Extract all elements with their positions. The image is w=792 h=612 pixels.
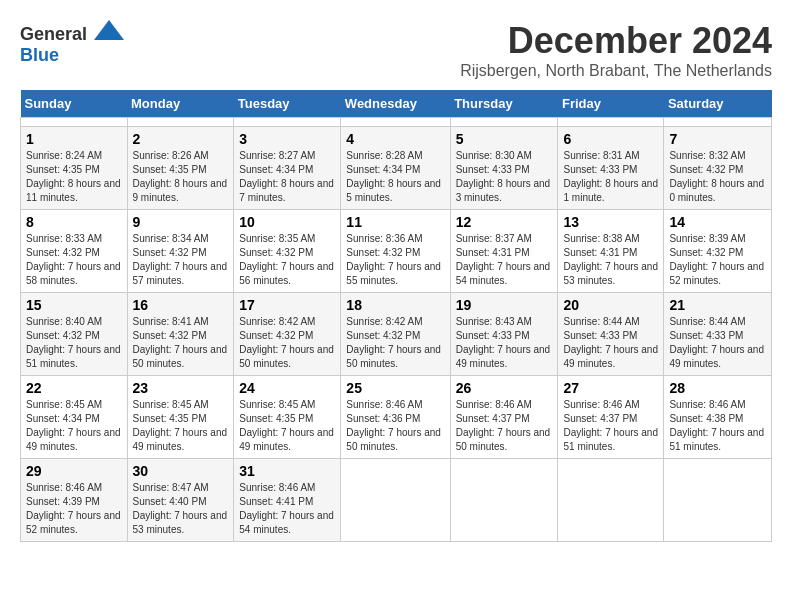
day-info: Sunrise: 8:35 AMSunset: 4:32 PMDaylight:… xyxy=(239,232,335,288)
title-area: December 2024 Rijsbergen, North Brabant,… xyxy=(460,20,772,80)
calendar-cell xyxy=(664,118,772,127)
day-info: Sunrise: 8:45 AMSunset: 4:35 PMDaylight:… xyxy=(133,398,229,454)
calendar-cell xyxy=(558,118,664,127)
day-number: 26 xyxy=(456,380,553,396)
calendar-week-5: 29Sunrise: 8:46 AMSunset: 4:39 PMDayligh… xyxy=(21,459,772,542)
calendar-cell: 13Sunrise: 8:38 AMSunset: 4:31 PMDayligh… xyxy=(558,210,664,293)
calendar-cell: 26Sunrise: 8:46 AMSunset: 4:37 PMDayligh… xyxy=(450,376,558,459)
day-info: Sunrise: 8:30 AMSunset: 4:33 PMDaylight:… xyxy=(456,149,553,205)
day-number: 16 xyxy=(133,297,229,313)
calendar-cell: 14Sunrise: 8:39 AMSunset: 4:32 PMDayligh… xyxy=(664,210,772,293)
calendar-cell xyxy=(127,118,234,127)
calendar-week-3: 15Sunrise: 8:40 AMSunset: 4:32 PMDayligh… xyxy=(21,293,772,376)
day-number: 2 xyxy=(133,131,229,147)
calendar-cell: 17Sunrise: 8:42 AMSunset: 4:32 PMDayligh… xyxy=(234,293,341,376)
calendar-cell: 31Sunrise: 8:46 AMSunset: 4:41 PMDayligh… xyxy=(234,459,341,542)
logo: General Blue xyxy=(20,20,124,66)
calendar-header-row: SundayMondayTuesdayWednesdayThursdayFrid… xyxy=(21,90,772,118)
day-info: Sunrise: 8:41 AMSunset: 4:32 PMDaylight:… xyxy=(133,315,229,371)
day-info: Sunrise: 8:33 AMSunset: 4:32 PMDaylight:… xyxy=(26,232,122,288)
header-wednesday: Wednesday xyxy=(341,90,450,118)
day-info: Sunrise: 8:42 AMSunset: 4:32 PMDaylight:… xyxy=(239,315,335,371)
day-info: Sunrise: 8:45 AMSunset: 4:34 PMDaylight:… xyxy=(26,398,122,454)
calendar-cell: 21Sunrise: 8:44 AMSunset: 4:33 PMDayligh… xyxy=(664,293,772,376)
day-number: 21 xyxy=(669,297,766,313)
header-monday: Monday xyxy=(127,90,234,118)
day-info: Sunrise: 8:46 AMSunset: 4:39 PMDaylight:… xyxy=(26,481,122,537)
day-number: 29 xyxy=(26,463,122,479)
header-thursday: Thursday xyxy=(450,90,558,118)
calendar-cell: 8Sunrise: 8:33 AMSunset: 4:32 PMDaylight… xyxy=(21,210,128,293)
logo-general-text: General xyxy=(20,24,87,44)
day-info: Sunrise: 8:46 AMSunset: 4:37 PMDaylight:… xyxy=(563,398,658,454)
calendar-cell xyxy=(21,118,128,127)
calendar-cell: 18Sunrise: 8:42 AMSunset: 4:32 PMDayligh… xyxy=(341,293,450,376)
day-number: 20 xyxy=(563,297,658,313)
calendar-cell: 23Sunrise: 8:45 AMSunset: 4:35 PMDayligh… xyxy=(127,376,234,459)
calendar-cell xyxy=(450,118,558,127)
calendar-cell xyxy=(558,459,664,542)
day-info: Sunrise: 8:43 AMSunset: 4:33 PMDaylight:… xyxy=(456,315,553,371)
calendar-week-1: 1Sunrise: 8:24 AMSunset: 4:35 PMDaylight… xyxy=(21,127,772,210)
calendar-cell xyxy=(234,118,341,127)
logo-icon xyxy=(94,20,124,40)
day-info: Sunrise: 8:44 AMSunset: 4:33 PMDaylight:… xyxy=(669,315,766,371)
day-number: 19 xyxy=(456,297,553,313)
day-number: 15 xyxy=(26,297,122,313)
calendar-cell: 25Sunrise: 8:46 AMSunset: 4:36 PMDayligh… xyxy=(341,376,450,459)
calendar-cell xyxy=(450,459,558,542)
day-number: 5 xyxy=(456,131,553,147)
day-info: Sunrise: 8:31 AMSunset: 4:33 PMDaylight:… xyxy=(563,149,658,205)
calendar-cell: 10Sunrise: 8:35 AMSunset: 4:32 PMDayligh… xyxy=(234,210,341,293)
day-info: Sunrise: 8:42 AMSunset: 4:32 PMDaylight:… xyxy=(346,315,444,371)
day-number: 25 xyxy=(346,380,444,396)
day-number: 30 xyxy=(133,463,229,479)
day-info: Sunrise: 8:45 AMSunset: 4:35 PMDaylight:… xyxy=(239,398,335,454)
calendar-cell: 5Sunrise: 8:30 AMSunset: 4:33 PMDaylight… xyxy=(450,127,558,210)
day-number: 22 xyxy=(26,380,122,396)
svg-marker-0 xyxy=(94,20,124,40)
calendar-cell: 1Sunrise: 8:24 AMSunset: 4:35 PMDaylight… xyxy=(21,127,128,210)
day-number: 14 xyxy=(669,214,766,230)
logo-blue-text: Blue xyxy=(20,45,59,66)
calendar-cell: 19Sunrise: 8:43 AMSunset: 4:33 PMDayligh… xyxy=(450,293,558,376)
day-number: 1 xyxy=(26,131,122,147)
day-info: Sunrise: 8:46 AMSunset: 4:37 PMDaylight:… xyxy=(456,398,553,454)
calendar-cell: 3Sunrise: 8:27 AMSunset: 4:34 PMDaylight… xyxy=(234,127,341,210)
calendar-cell: 27Sunrise: 8:46 AMSunset: 4:37 PMDayligh… xyxy=(558,376,664,459)
header-saturday: Saturday xyxy=(664,90,772,118)
calendar-cell: 12Sunrise: 8:37 AMSunset: 4:31 PMDayligh… xyxy=(450,210,558,293)
day-number: 6 xyxy=(563,131,658,147)
day-number: 13 xyxy=(563,214,658,230)
calendar-cell: 29Sunrise: 8:46 AMSunset: 4:39 PMDayligh… xyxy=(21,459,128,542)
day-info: Sunrise: 8:38 AMSunset: 4:31 PMDaylight:… xyxy=(563,232,658,288)
calendar-cell: 9Sunrise: 8:34 AMSunset: 4:32 PMDaylight… xyxy=(127,210,234,293)
day-number: 18 xyxy=(346,297,444,313)
calendar-cell xyxy=(341,118,450,127)
day-info: Sunrise: 8:47 AMSunset: 4:40 PMDaylight:… xyxy=(133,481,229,537)
day-number: 24 xyxy=(239,380,335,396)
day-number: 7 xyxy=(669,131,766,147)
header-tuesday: Tuesday xyxy=(234,90,341,118)
day-info: Sunrise: 8:39 AMSunset: 4:32 PMDaylight:… xyxy=(669,232,766,288)
day-info: Sunrise: 8:32 AMSunset: 4:32 PMDaylight:… xyxy=(669,149,766,205)
calendar-cell: 16Sunrise: 8:41 AMSunset: 4:32 PMDayligh… xyxy=(127,293,234,376)
calendar-cell xyxy=(341,459,450,542)
day-number: 17 xyxy=(239,297,335,313)
day-info: Sunrise: 8:36 AMSunset: 4:32 PMDaylight:… xyxy=(346,232,444,288)
calendar-week-4: 22Sunrise: 8:45 AMSunset: 4:34 PMDayligh… xyxy=(21,376,772,459)
day-number: 12 xyxy=(456,214,553,230)
header-sunday: Sunday xyxy=(21,90,128,118)
calendar-cell: 7Sunrise: 8:32 AMSunset: 4:32 PMDaylight… xyxy=(664,127,772,210)
day-info: Sunrise: 8:44 AMSunset: 4:33 PMDaylight:… xyxy=(563,315,658,371)
day-number: 23 xyxy=(133,380,229,396)
calendar-cell: 6Sunrise: 8:31 AMSunset: 4:33 PMDaylight… xyxy=(558,127,664,210)
day-info: Sunrise: 8:27 AMSunset: 4:34 PMDaylight:… xyxy=(239,149,335,205)
calendar-cell: 28Sunrise: 8:46 AMSunset: 4:38 PMDayligh… xyxy=(664,376,772,459)
day-number: 27 xyxy=(563,380,658,396)
day-info: Sunrise: 8:46 AMSunset: 4:38 PMDaylight:… xyxy=(669,398,766,454)
day-number: 3 xyxy=(239,131,335,147)
location-title: Rijsbergen, North Brabant, The Netherlan… xyxy=(460,62,772,80)
calendar-cell: 30Sunrise: 8:47 AMSunset: 4:40 PMDayligh… xyxy=(127,459,234,542)
day-number: 28 xyxy=(669,380,766,396)
